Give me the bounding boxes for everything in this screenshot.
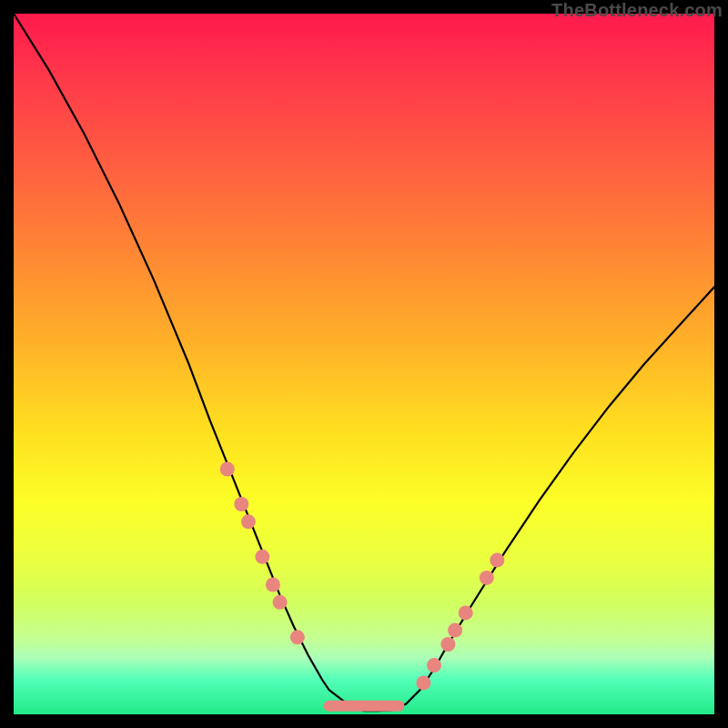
data-marker: [440, 637, 455, 652]
data-marker: [273, 595, 288, 610]
data-marker: [459, 605, 473, 620]
data-marker: [290, 630, 305, 644]
data-marker: [427, 658, 441, 672]
marker-cluster-left: [220, 462, 305, 645]
data-marker: [416, 675, 430, 690]
data-marker: [241, 514, 256, 529]
data-marker: [266, 578, 280, 592]
data-marker: [220, 462, 235, 477]
data-marker: [448, 623, 462, 638]
bottleneck-chart-svg: [14, 14, 714, 714]
marker-cluster-right: [416, 553, 504, 691]
watermark-text: TheBottleneck.com: [551, 0, 723, 21]
data-marker: [234, 497, 248, 511]
bottleneck-curve: [14, 14, 714, 711]
data-marker: [480, 571, 494, 585]
data-marker: [490, 553, 504, 568]
data-marker: [255, 550, 269, 564]
